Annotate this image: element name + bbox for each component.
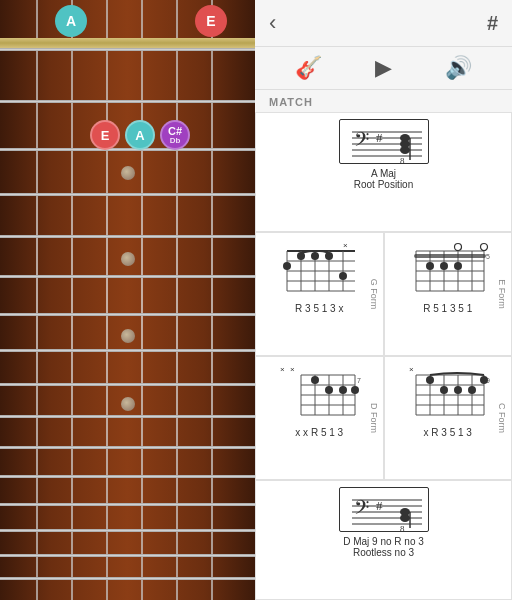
svg-point-80: [480, 376, 488, 384]
fret-6: [0, 275, 255, 278]
string-1: [36, 0, 38, 600]
string-5: [176, 0, 178, 600]
svg-point-45: [454, 262, 462, 270]
right-panel: ‹ # 🎸 ▶ 🔊 MATCH 𝄢: [255, 0, 512, 600]
fret-5: [0, 235, 255, 238]
fret-dot-9: [121, 397, 135, 411]
svg-point-78: [454, 386, 462, 394]
svg-text:8: 8: [400, 156, 405, 164]
string-2: [71, 0, 73, 600]
fretted-note-e[interactable]: E: [90, 120, 120, 150]
svg-point-89: [400, 508, 410, 516]
fret-14: [0, 529, 255, 532]
svg-text:5: 5: [486, 253, 490, 260]
open-note-e[interactable]: E: [195, 5, 227, 37]
play-button[interactable]: ▶: [375, 55, 392, 81]
fret-16: [0, 577, 255, 580]
chord-name-d-maj9: D Maj 9 no R no 3 Rootless no 3: [343, 536, 424, 558]
diagram-c-form: × 9: [408, 363, 488, 423]
svg-point-9: [400, 134, 410, 142]
match-item-c-form[interactable]: × 9: [384, 356, 513, 480]
staff-svg: 𝄢 # 8: [340, 120, 428, 164]
svg-point-23: [283, 262, 291, 270]
fret-9: [0, 383, 255, 386]
svg-point-79: [468, 386, 476, 394]
svg-point-41: [480, 244, 487, 251]
chord-name-a-maj-root: A Maj Root Position: [354, 168, 413, 190]
svg-point-59: [311, 376, 319, 384]
svg-point-27: [339, 272, 347, 280]
match-item-a-maj-root[interactable]: 𝄢 # 8 A Maj Root Position: [255, 112, 512, 232]
fretted-note-csharp[interactable]: C# Db: [160, 120, 190, 150]
form-label-d: D Form: [369, 403, 379, 433]
fret-3: [0, 148, 255, 151]
fret-10: [0, 415, 255, 418]
form-label-g: G Form: [369, 279, 379, 310]
chord-label-g-form: R 3 5 1 3 x: [295, 303, 343, 314]
fret-8: [0, 349, 255, 352]
string-3: [106, 0, 108, 600]
fret-4: [0, 193, 255, 196]
svg-point-44: [440, 262, 448, 270]
fret-2: [0, 100, 255, 103]
diagram-g-form: ×: [279, 239, 359, 299]
svg-text:#: #: [376, 498, 383, 513]
chord-label-d-form: x x R 5 1 3: [295, 427, 343, 438]
svg-point-76: [426, 376, 434, 384]
fret-7: [0, 313, 255, 316]
svg-text:8: 8: [400, 524, 405, 532]
header: ‹ #: [255, 0, 512, 47]
svg-point-62: [351, 386, 359, 394]
svg-point-40: [454, 244, 461, 251]
form-label-c: C Form: [497, 403, 507, 433]
fret-dot-7: [121, 329, 135, 343]
match-item-e-form[interactable]: 5: [384, 232, 513, 356]
string-4: [141, 0, 143, 600]
diagram-d-form: × × 7: [279, 363, 359, 423]
string-6: [211, 0, 213, 600]
fret-1: [0, 48, 255, 51]
diagram-e-form: 5: [408, 239, 488, 299]
fretted-note-a[interactable]: A: [125, 120, 155, 150]
fret-15: [0, 554, 255, 557]
match-grid: 𝄢 # 8 A Maj Root Position: [255, 112, 512, 600]
notation-a-maj-root: 𝄢 # 8: [339, 119, 429, 164]
svg-point-24: [297, 252, 305, 260]
svg-point-43: [426, 262, 434, 270]
fret-12: [0, 475, 255, 478]
svg-text:×: ×: [343, 241, 348, 250]
svg-text:𝄢: 𝄢: [354, 497, 369, 523]
fret-dot-5: [121, 252, 135, 266]
match-label: MATCH: [255, 90, 512, 112]
match-item-d-maj9[interactable]: 𝄢 # 8 D Maj 9 no R no 3 Rootless no 3: [255, 480, 512, 600]
open-note-a[interactable]: A: [55, 5, 87, 37]
form-label-e: E Form: [497, 279, 507, 309]
svg-text:𝄢: 𝄢: [354, 129, 369, 155]
svg-point-60: [325, 386, 333, 394]
staff-svg-d-maj9: 𝄢 # 8: [340, 488, 428, 532]
fret-11: [0, 446, 255, 449]
toolbar: 🎸 ▶ 🔊: [255, 47, 512, 90]
fret-13: [0, 503, 255, 506]
svg-text:×: ×: [409, 365, 414, 374]
fretboard: A E E A C# Db: [0, 0, 255, 600]
back-button[interactable]: ‹: [269, 10, 276, 36]
svg-text:#: #: [376, 130, 383, 145]
match-item-g-form[interactable]: ×: [255, 232, 384, 356]
match-item-d-form[interactable]: × × 7: [255, 356, 384, 480]
svg-point-25: [311, 252, 319, 260]
svg-point-26: [325, 252, 333, 260]
notation-d-maj9: 𝄢 # 8: [339, 487, 429, 532]
svg-text:×: ×: [290, 365, 295, 374]
fret-dot-3: [121, 166, 135, 180]
sharp-button[interactable]: #: [487, 12, 498, 35]
svg-text:7: 7: [357, 377, 361, 384]
volume-icon[interactable]: 🔊: [445, 55, 472, 81]
svg-point-61: [339, 386, 347, 394]
chord-label-c-form: x R 3 5 1 3: [424, 427, 472, 438]
svg-text:×: ×: [280, 365, 285, 374]
svg-point-77: [440, 386, 448, 394]
guitar-icon[interactable]: 🎸: [295, 55, 322, 81]
chord-label-e-form: R 5 1 3 5 1: [423, 303, 472, 314]
nut: [0, 38, 255, 48]
